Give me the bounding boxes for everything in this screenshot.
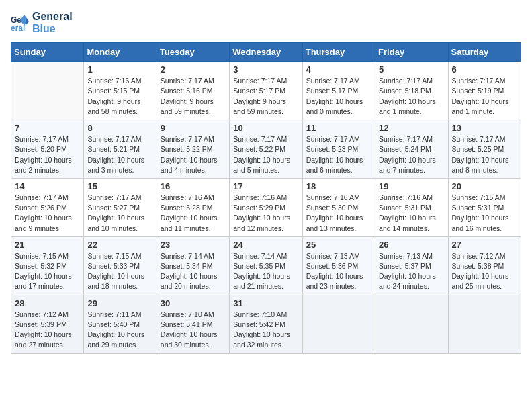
day-number: 7 xyxy=(15,123,80,133)
calendar-cell: 15Sunrise: 7:17 AMSunset: 5:27 PMDayligh… xyxy=(84,178,157,236)
day-info: Sunrise: 7:17 AMSunset: 5:26 PMDaylight:… xyxy=(15,193,80,234)
day-info: Sunrise: 7:17 AMSunset: 5:20 PMDaylight:… xyxy=(15,134,80,175)
calendar-cell: 24Sunrise: 7:14 AMSunset: 5:35 PMDayligh… xyxy=(230,236,302,295)
day-number: 27 xyxy=(452,240,517,250)
calendar-cell: 20Sunrise: 7:15 AMSunset: 5:31 PMDayligh… xyxy=(448,178,521,236)
calendar-week-row: 7Sunrise: 7:17 AMSunset: 5:20 PMDaylight… xyxy=(11,120,521,179)
calendar-cell: 26Sunrise: 7:13 AMSunset: 5:37 PMDayligh… xyxy=(375,236,448,295)
calendar-cell: 29Sunrise: 7:11 AMSunset: 5:40 PMDayligh… xyxy=(84,295,157,353)
logo-icon: Gen eral xyxy=(11,13,30,32)
day-number: 8 xyxy=(87,123,152,133)
day-info: Sunrise: 7:16 AMSunset: 5:28 PMDaylight:… xyxy=(161,193,226,234)
day-number: 17 xyxy=(233,181,298,191)
day-info: Sunrise: 7:13 AMSunset: 5:37 PMDaylight:… xyxy=(379,251,444,292)
day-info: Sunrise: 7:12 AMSunset: 5:38 PMDaylight:… xyxy=(452,251,517,292)
day-info: Sunrise: 7:12 AMSunset: 5:39 PMDaylight:… xyxy=(15,310,80,351)
calendar-cell: 4Sunrise: 7:17 AMSunset: 5:17 PMDaylight… xyxy=(302,62,375,120)
day-info: Sunrise: 7:17 AMSunset: 5:18 PMDaylight:… xyxy=(379,76,444,117)
day-info: Sunrise: 7:17 AMSunset: 5:22 PMDaylight:… xyxy=(233,134,298,175)
day-info: Sunrise: 7:16 AMSunset: 5:30 PMDaylight:… xyxy=(306,193,371,234)
day-number: 25 xyxy=(306,240,371,250)
weekday-header-row: SundayMondayTuesdayWednesdayThursdayFrid… xyxy=(11,43,521,62)
calendar-cell: 21Sunrise: 7:15 AMSunset: 5:32 PMDayligh… xyxy=(11,236,84,295)
day-info: Sunrise: 7:13 AMSunset: 5:36 PMDaylight:… xyxy=(306,251,371,292)
calendar-cell: 9Sunrise: 7:17 AMSunset: 5:22 PMDaylight… xyxy=(157,120,229,179)
logo: Gen eral General Blue xyxy=(11,11,73,34)
page-wrapper: Gen eral General Blue SundayMondayTuesda… xyxy=(11,11,521,354)
day-number: 21 xyxy=(15,240,80,250)
calendar-cell: 12Sunrise: 7:17 AMSunset: 5:24 PMDayligh… xyxy=(375,120,448,179)
calendar-cell: 7Sunrise: 7:17 AMSunset: 5:20 PMDaylight… xyxy=(11,120,84,179)
day-info: Sunrise: 7:16 AMSunset: 5:31 PMDaylight:… xyxy=(379,193,444,234)
day-number: 10 xyxy=(233,123,298,133)
calendar-table: SundayMondayTuesdayWednesdayThursdayFrid… xyxy=(11,42,521,353)
weekday-tuesday: Tuesday xyxy=(157,43,229,62)
calendar-week-row: 1Sunrise: 7:16 AMSunset: 5:15 PMDaylight… xyxy=(11,62,521,120)
calendar-cell: 2Sunrise: 7:17 AMSunset: 5:16 PMDaylight… xyxy=(157,62,229,120)
logo-text: General Blue xyxy=(32,11,73,34)
calendar-cell: 30Sunrise: 7:10 AMSunset: 5:41 PMDayligh… xyxy=(157,295,229,353)
day-number: 29 xyxy=(87,298,152,308)
calendar-cell xyxy=(11,62,84,120)
weekday-monday: Monday xyxy=(84,43,157,62)
day-info: Sunrise: 7:14 AMSunset: 5:34 PMDaylight:… xyxy=(161,251,226,292)
weekday-saturday: Saturday xyxy=(448,43,521,62)
day-number: 30 xyxy=(161,298,226,308)
day-number: 28 xyxy=(15,298,80,308)
calendar-cell: 31Sunrise: 7:10 AMSunset: 5:42 PMDayligh… xyxy=(230,295,302,353)
calendar-cell: 27Sunrise: 7:12 AMSunset: 5:38 PMDayligh… xyxy=(448,236,521,295)
day-info: Sunrise: 7:14 AMSunset: 5:35 PMDaylight:… xyxy=(233,251,298,292)
calendar-cell: 18Sunrise: 7:16 AMSunset: 5:30 PMDayligh… xyxy=(302,178,375,236)
day-info: Sunrise: 7:15 AMSunset: 5:33 PMDaylight:… xyxy=(87,251,152,292)
calendar-cell: 14Sunrise: 7:17 AMSunset: 5:26 PMDayligh… xyxy=(11,178,84,236)
day-info: Sunrise: 7:17 AMSunset: 5:24 PMDaylight:… xyxy=(379,134,444,175)
day-info: Sunrise: 7:17 AMSunset: 5:17 PMDaylight:… xyxy=(306,76,371,117)
day-number: 6 xyxy=(452,64,517,75)
weekday-wednesday: Wednesday xyxy=(230,43,302,62)
calendar-cell: 28Sunrise: 7:12 AMSunset: 5:39 PMDayligh… xyxy=(11,295,84,353)
weekday-friday: Friday xyxy=(375,43,448,62)
day-info: Sunrise: 7:15 AMSunset: 5:31 PMDaylight:… xyxy=(452,193,517,234)
day-number: 15 xyxy=(87,181,152,191)
day-number: 13 xyxy=(452,123,517,133)
calendar-cell: 23Sunrise: 7:14 AMSunset: 5:34 PMDayligh… xyxy=(157,236,229,295)
day-number: 4 xyxy=(306,64,371,75)
day-number: 2 xyxy=(161,64,226,75)
day-number: 16 xyxy=(161,181,226,191)
calendar-cell xyxy=(448,295,521,353)
calendar-cell: 22Sunrise: 7:15 AMSunset: 5:33 PMDayligh… xyxy=(84,236,157,295)
day-number: 18 xyxy=(306,181,371,191)
day-info: Sunrise: 7:17 AMSunset: 5:25 PMDaylight:… xyxy=(452,134,517,175)
day-info: Sunrise: 7:10 AMSunset: 5:41 PMDaylight:… xyxy=(161,310,226,351)
calendar-cell xyxy=(375,295,448,353)
day-info: Sunrise: 7:17 AMSunset: 5:23 PMDaylight:… xyxy=(306,134,371,175)
day-number: 26 xyxy=(379,240,444,250)
day-number: 22 xyxy=(87,240,152,250)
calendar-cell: 3Sunrise: 7:17 AMSunset: 5:17 PMDaylight… xyxy=(230,62,302,120)
calendar-cell: 5Sunrise: 7:17 AMSunset: 5:18 PMDaylight… xyxy=(375,62,448,120)
calendar-cell: 10Sunrise: 7:17 AMSunset: 5:22 PMDayligh… xyxy=(230,120,302,179)
day-number: 3 xyxy=(233,64,298,75)
day-number: 9 xyxy=(161,123,226,133)
day-info: Sunrise: 7:16 AMSunset: 5:15 PMDaylight:… xyxy=(87,76,152,117)
day-info: Sunrise: 7:17 AMSunset: 5:16 PMDaylight:… xyxy=(161,76,226,117)
svg-text:eral: eral xyxy=(11,24,25,32)
day-number: 5 xyxy=(379,64,444,75)
svg-marker-3 xyxy=(26,17,29,26)
calendar-week-row: 28Sunrise: 7:12 AMSunset: 5:39 PMDayligh… xyxy=(11,295,521,353)
calendar-week-row: 14Sunrise: 7:17 AMSunset: 5:26 PMDayligh… xyxy=(11,178,521,236)
day-number: 14 xyxy=(15,181,80,191)
day-number: 31 xyxy=(233,298,298,308)
calendar-cell: 16Sunrise: 7:16 AMSunset: 5:28 PMDayligh… xyxy=(157,178,229,236)
day-info: Sunrise: 7:15 AMSunset: 5:32 PMDaylight:… xyxy=(15,251,80,292)
calendar-cell xyxy=(302,295,375,353)
calendar-cell: 25Sunrise: 7:13 AMSunset: 5:36 PMDayligh… xyxy=(302,236,375,295)
day-info: Sunrise: 7:16 AMSunset: 5:29 PMDaylight:… xyxy=(233,193,298,234)
calendar-cell: 1Sunrise: 7:16 AMSunset: 5:15 PMDaylight… xyxy=(84,62,157,120)
day-number: 19 xyxy=(379,181,444,191)
calendar-cell: 8Sunrise: 7:17 AMSunset: 5:21 PMDaylight… xyxy=(84,120,157,179)
calendar-cell: 19Sunrise: 7:16 AMSunset: 5:31 PMDayligh… xyxy=(375,178,448,236)
day-info: Sunrise: 7:17 AMSunset: 5:27 PMDaylight:… xyxy=(87,193,152,234)
day-info: Sunrise: 7:17 AMSunset: 5:22 PMDaylight:… xyxy=(161,134,226,175)
day-number: 11 xyxy=(306,123,371,133)
